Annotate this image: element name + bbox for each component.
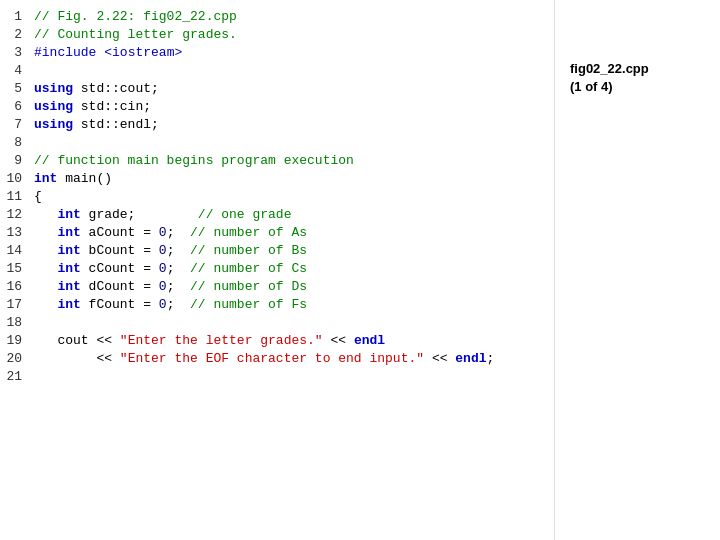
code-panel: 1 // Fig. 2.22: fig02_22.cpp 2 // Counti… — [0, 0, 555, 540]
line-content-2: // Counting letter grades. — [30, 26, 554, 44]
line-content-4 — [30, 62, 554, 80]
code-line-18: 18 — [0, 314, 554, 332]
line-num-13: 13 — [0, 224, 30, 242]
code-line-5: 5 using std::cout; — [0, 80, 554, 98]
line-content-8 — [30, 134, 554, 152]
code-line-13: 13 int aCount = 0; // number of As — [0, 224, 554, 242]
code-line-1: 1 // Fig. 2.22: fig02_22.cpp — [0, 8, 554, 26]
line-num-4: 4 — [0, 62, 30, 80]
line-content-3: #include <iostream> — [30, 44, 554, 62]
code-line-3: 3 #include <iostream> — [0, 44, 554, 62]
line-content-5: using std::cout; — [30, 80, 554, 98]
line-content-12: int grade; // one grade — [30, 206, 554, 224]
code-line-16: 16 int dCount = 0; // number of Ds — [0, 278, 554, 296]
code-line-20: 20 << "Enter the EOF character to end in… — [0, 350, 554, 368]
sidebar-filename: fig02_22.cpp — [570, 61, 649, 76]
line-num-7: 7 — [0, 116, 30, 134]
code-line-9: 9 // function main begins program execut… — [0, 152, 554, 170]
code-line-8: 8 — [0, 134, 554, 152]
line-content-10: int main() — [30, 170, 554, 188]
code-line-6: 6 using std::cin; — [0, 98, 554, 116]
code-line-4: 4 — [0, 62, 554, 80]
code-line-7: 7 using std::endl; — [0, 116, 554, 134]
code-line-2: 2 // Counting letter grades. — [0, 26, 554, 44]
line-content-14: int bCount = 0; // number of Bs — [30, 242, 554, 260]
line-num-16: 16 — [0, 278, 30, 296]
line-num-3: 3 — [0, 44, 30, 62]
code-line-14: 14 int bCount = 0; // number of Bs — [0, 242, 554, 260]
line-content-16: int dCount = 0; // number of Ds — [30, 278, 554, 296]
line-num-2: 2 — [0, 26, 30, 44]
line-num-9: 9 — [0, 152, 30, 170]
code-line-21: 21 — [0, 368, 554, 386]
line-num-15: 15 — [0, 260, 30, 278]
code-line-11: 11 { — [0, 188, 554, 206]
line-num-17: 17 — [0, 296, 30, 314]
line-content-1: // Fig. 2.22: fig02_22.cpp — [30, 8, 554, 26]
line-num-1: 1 — [0, 8, 30, 26]
line-content-18 — [30, 314, 554, 332]
line-content-13: int aCount = 0; // number of As — [30, 224, 554, 242]
line-content-9: // function main begins program executio… — [30, 152, 554, 170]
line-content-7: using std::endl; — [30, 116, 554, 134]
line-num-10: 10 — [0, 170, 30, 188]
line-num-19: 19 — [0, 332, 30, 350]
sidebar: fig02_22.cpp (1 of 4) — [555, 0, 720, 540]
line-num-12: 12 — [0, 206, 30, 224]
line-num-6: 6 — [0, 98, 30, 116]
code-line-10: 10 int main() — [0, 170, 554, 188]
code-line-15: 15 int cCount = 0; // number of Cs — [0, 260, 554, 278]
line-content-11: { — [30, 188, 554, 206]
code-line-17: 17 int fCount = 0; // number of Fs — [0, 296, 554, 314]
line-num-18: 18 — [0, 314, 30, 332]
line-num-21: 21 — [0, 368, 30, 386]
sidebar-page-info: (1 of 4) — [570, 79, 613, 94]
line-num-14: 14 — [0, 242, 30, 260]
line-content-6: using std::cin; — [30, 98, 554, 116]
line-num-20: 20 — [0, 350, 30, 368]
line-content-21 — [30, 368, 554, 386]
line-content-19: cout << "Enter the letter grades." << en… — [30, 332, 554, 350]
code-line-12: 12 int grade; // one grade — [0, 206, 554, 224]
line-content-15: int cCount = 0; // number of Cs — [30, 260, 554, 278]
line-content-17: int fCount = 0; // number of Fs — [30, 296, 554, 314]
line-num-5: 5 — [0, 80, 30, 98]
sidebar-title: fig02_22.cpp (1 of 4) — [570, 60, 649, 96]
code-line-19: 19 cout << "Enter the letter grades." <<… — [0, 332, 554, 350]
line-num-11: 11 — [0, 188, 30, 206]
line-content-20: << "Enter the EOF character to end input… — [30, 350, 554, 368]
line-num-8: 8 — [0, 134, 30, 152]
